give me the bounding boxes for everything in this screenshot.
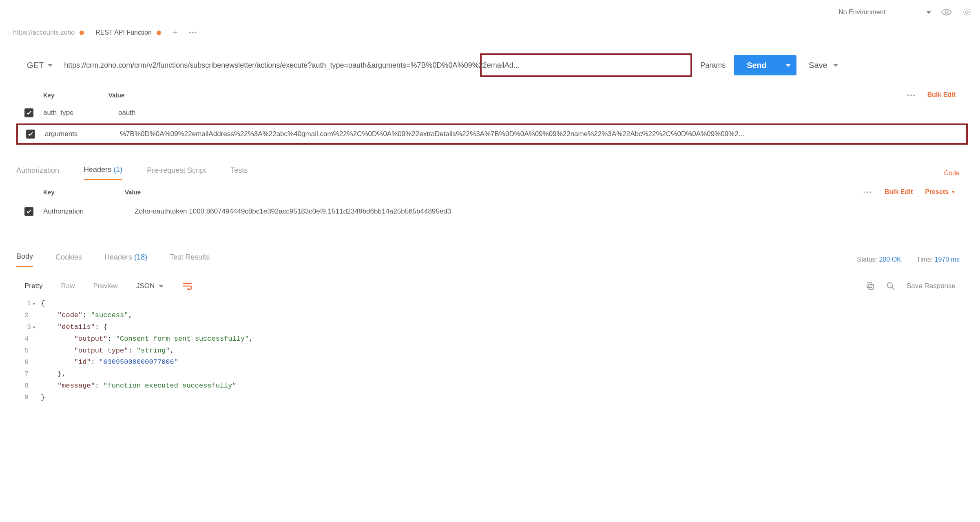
param-checkbox[interactable] xyxy=(26,130,35,139)
view-preview[interactable]: Preview xyxy=(93,282,117,290)
add-tab-button[interactable]: + xyxy=(173,27,178,38)
tab-label: https://accounts.zoho xyxy=(13,29,75,36)
gear-icon[interactable] xyxy=(962,7,972,17)
time-value: 1970 ms xyxy=(935,256,960,263)
status-value: 200 OK xyxy=(879,256,901,263)
header-key[interactable]: Authorization xyxy=(43,207,125,216)
chevron-down-icon xyxy=(926,11,931,14)
params-header: Key Value ••• Bulk Edit xyxy=(8,88,972,102)
topbar-right: No Environment xyxy=(838,7,972,17)
time-label: Time: xyxy=(917,256,933,263)
tab-accounts-zoho[interactable]: https://accounts.zoho xyxy=(13,29,84,36)
resp-headers-count: (18) xyxy=(134,253,147,261)
param-checkbox[interactable] xyxy=(24,108,33,117)
body-controls-right: Save Response xyxy=(866,282,972,291)
tab-authorization[interactable]: Authorization xyxy=(16,166,59,180)
send-label: Send xyxy=(734,61,780,70)
time-block: Time: 1970 ms xyxy=(917,256,960,263)
svg-rect-3 xyxy=(869,284,874,289)
svg-rect-2 xyxy=(867,283,872,288)
params-button[interactable]: Params xyxy=(700,61,726,70)
eye-icon[interactable] xyxy=(941,8,952,16)
environment-label: No Environment xyxy=(838,9,885,16)
http-method-select[interactable]: GET xyxy=(24,58,56,73)
value-header: Value xyxy=(125,189,141,196)
tab-label: REST API Function xyxy=(95,29,152,36)
response-tabs: Body Cookies Headers (18) Test Results S… xyxy=(8,251,972,269)
header-row: Authorization Zoho-oauthtoken 1000.86074… xyxy=(8,201,972,222)
topbar: No Environment xyxy=(8,0,972,24)
tab-body[interactable]: Body xyxy=(16,252,33,267)
header-value[interactable]: Zoho-oauthtoken 1000.8607494449c8bc1e392… xyxy=(135,207,956,216)
response-meta: Status: 200 OK Time: 1970 ms xyxy=(857,256,972,263)
headers-header: Key Value ••• Bulk Edit Presets ▼ xyxy=(8,181,972,198)
url-input[interactable]: https://crm.zoho.com/crm/v2/functions/su… xyxy=(64,61,692,70)
request-row: GET https://crm.zoho.com/crm/v2/function… xyxy=(8,55,972,75)
code-content[interactable]: { "code": "success", "details": { "outpu… xyxy=(41,298,253,404)
wrap-lines-icon[interactable] xyxy=(182,282,192,290)
header-checkbox[interactable] xyxy=(24,207,33,216)
response-body-viewer: 1▼ 2 3▼ 4 5 6 7 8 9 { "code": "success",… xyxy=(8,298,972,404)
send-dropdown[interactable] xyxy=(780,55,796,75)
http-method-label: GET xyxy=(27,61,44,70)
headers-header-actions: ••• Bulk Edit Presets ▼ xyxy=(863,188,956,196)
view-pretty[interactable]: Pretty xyxy=(24,282,42,290)
key-header: Key xyxy=(43,92,108,99)
tab-cookies[interactable]: Cookies xyxy=(55,253,82,267)
presets-label: Presets xyxy=(925,188,949,196)
param-key[interactable]: auth_type xyxy=(43,109,108,117)
tab-response-headers[interactable]: Headers (18) xyxy=(104,253,147,267)
line-gutter: 1▼ 2 3▼ 4 5 6 7 8 9 xyxy=(24,298,41,404)
svg-point-1 xyxy=(966,11,968,13)
key-header: Key xyxy=(43,189,125,196)
tab-tests[interactable]: Tests xyxy=(230,166,248,180)
status-label: Status: xyxy=(857,256,877,263)
format-label: JSON xyxy=(136,282,155,290)
svg-point-0 xyxy=(945,11,948,14)
send-button[interactable]: Send xyxy=(734,55,796,75)
url-input-wrapper: https://crm.zoho.com/crm/v2/functions/su… xyxy=(64,55,692,75)
view-raw[interactable]: Raw xyxy=(61,282,75,290)
chevron-down-icon xyxy=(159,285,164,288)
save-response-button[interactable]: Save Response xyxy=(907,282,956,290)
unsaved-dot-icon xyxy=(157,31,161,35)
request-tabs-right: Code xyxy=(944,169,972,177)
param-row: auth_type oauth xyxy=(8,102,972,123)
tabs-more-icon[interactable]: ••• xyxy=(189,29,198,36)
unsaved-dot-icon xyxy=(80,31,84,35)
app-root: No Environment https://accounts.zoho RES… xyxy=(0,0,980,404)
svg-point-4 xyxy=(887,283,892,288)
more-options-icon[interactable]: ••• xyxy=(907,92,916,99)
value-header: Value xyxy=(108,92,124,99)
request-subtabs: Authorization Headers (1) Pre-request Sc… xyxy=(8,164,972,181)
body-controls: Pretty Raw Preview JSON Save Response xyxy=(8,282,972,291)
tab-prerequest[interactable]: Pre-request Script xyxy=(147,166,206,180)
tab-test-results[interactable]: Test Results xyxy=(170,253,210,267)
params-header-actions: ••• Bulk Edit xyxy=(907,91,956,99)
status-block: Status: 200 OK xyxy=(857,256,901,263)
chevron-down-icon xyxy=(833,64,838,67)
tab-headers[interactable]: Headers (1) xyxy=(84,165,122,180)
bulk-edit-link[interactable]: Bulk Edit xyxy=(885,188,913,196)
param-value[interactable]: oauth xyxy=(118,109,956,117)
more-options-icon[interactable]: ••• xyxy=(863,189,872,196)
headers-count: (1) xyxy=(113,165,122,174)
chevron-down-icon xyxy=(786,64,791,67)
param-key[interactable]: arguments xyxy=(45,130,110,138)
format-select[interactable]: JSON xyxy=(136,282,164,290)
request-tabs: https://accounts.zoho REST API Function … xyxy=(8,24,972,41)
param-value[interactable]: %7B%0D%0A%09%22emailAddress%22%3A%22abc%… xyxy=(120,130,958,138)
tab-rest-api-function[interactable]: REST API Function xyxy=(95,29,161,36)
tab-headers-label: Headers xyxy=(84,165,111,174)
search-icon[interactable] xyxy=(886,282,895,291)
tab-headers-label: Headers xyxy=(104,253,132,261)
presets-dropdown[interactable]: Presets ▼ xyxy=(925,188,956,196)
chevron-down-icon xyxy=(48,64,53,67)
save-button[interactable]: Save xyxy=(805,61,842,70)
environment-select[interactable]: No Environment xyxy=(838,9,931,16)
param-row: arguments %7B%0D%0A%09%22emailAddress%22… xyxy=(16,123,968,145)
save-label: Save xyxy=(809,61,827,70)
copy-icon[interactable] xyxy=(866,282,875,291)
bulk-edit-link[interactable]: Bulk Edit xyxy=(927,91,956,99)
code-link[interactable]: Code xyxy=(944,170,960,176)
